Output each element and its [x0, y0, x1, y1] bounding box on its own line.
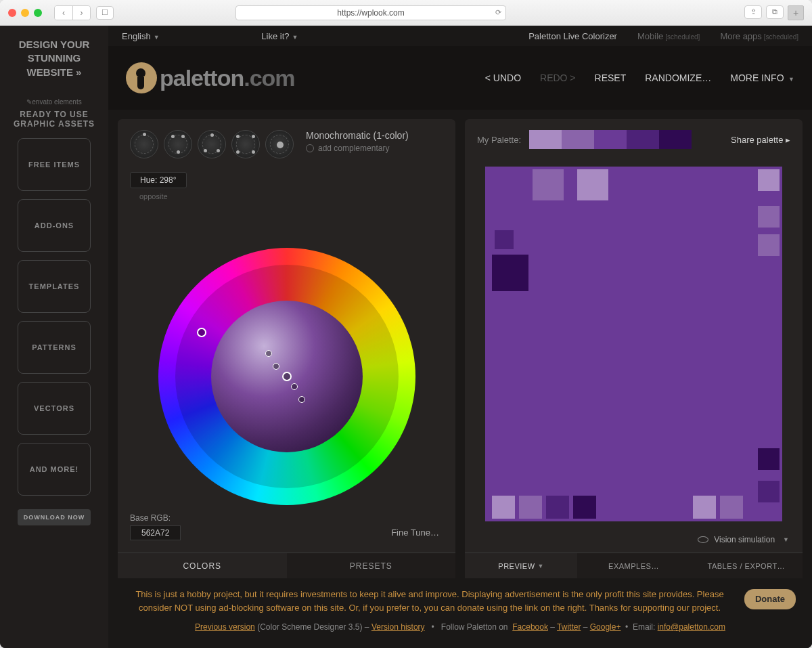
randomize-button[interactable]: RANDOMIZE…: [645, 72, 711, 83]
preview-sq: [577, 169, 608, 200]
scheme-mono-button[interactable]: [130, 130, 158, 158]
scheme-title: Monochromatic (1-color): [306, 130, 409, 141]
tab-presets[interactable]: PRESETS: [287, 553, 456, 578]
left-ad-sidebar: DESIGN YOUR STUNNING WEBSITE » ✎envato e…: [0, 26, 108, 648]
new-tab-button[interactable]: +: [788, 5, 804, 20]
close-window-button[interactable]: [8, 9, 16, 17]
swatch-2[interactable]: [594, 130, 627, 149]
donate-button[interactable]: Donate: [744, 589, 796, 609]
more-info-button[interactable]: MORE INFO ▼: [730, 72, 794, 83]
forward-button[interactable]: ›: [72, 6, 90, 20]
preview-sq: [758, 234, 780, 256]
swatch-3[interactable]: [627, 130, 659, 149]
topbar: English▼ Like it?▼ Paletton Live Coloriz…: [108, 26, 812, 46]
sidebar-item-addons[interactable]: ADD-ONS: [18, 199, 91, 252]
like-it-menu[interactable]: Like it?▼: [261, 31, 298, 41]
vision-simulation-button[interactable]: Vision simulation▼: [465, 535, 803, 553]
chevron-down-icon: ▼: [538, 563, 544, 569]
preview-sq: [758, 169, 780, 191]
preview-sq: [519, 496, 542, 519]
shade-marker-1[interactable]: [265, 350, 272, 357]
preview-canvas[interactable]: [485, 167, 782, 521]
base-rgb-value[interactable]: 562A72: [130, 525, 181, 540]
color-wheel[interactable]: [158, 248, 415, 505]
palette-strip[interactable]: [529, 130, 692, 149]
logo[interactable]: paletton.com: [126, 62, 295, 93]
undo-button[interactable]: < UNDO: [485, 72, 521, 83]
scheme-triad-button[interactable]: [198, 130, 226, 158]
sidebar-item-patterns[interactable]: PATTERNS: [18, 321, 91, 374]
tab-tables-export[interactable]: TABLES / EXPORT…: [690, 553, 803, 578]
sidebar-item-templates[interactable]: TEMPLATES: [18, 260, 91, 313]
share-palette-button[interactable]: Share palette ▸: [731, 135, 790, 145]
swatch-4[interactable]: [659, 130, 692, 149]
swatch-1[interactable]: [562, 130, 594, 149]
sidebar-toggle-button[interactable]: ☐: [96, 6, 114, 20]
mobile-link[interactable]: Mobile[scheduled]: [637, 31, 700, 41]
color-wheel-panel: Monochromatic (1-color) add complementar…: [118, 119, 455, 578]
app-header: paletton.com < UNDO REDO > RESET RANDOMI…: [108, 46, 812, 110]
preview-sq: [758, 481, 780, 502]
preview-sq: [758, 206, 780, 228]
shade-marker-2[interactable]: [273, 363, 279, 370]
sidebar-item-vectors[interactable]: VECTORS: [18, 382, 91, 435]
preview-sq: [492, 255, 528, 291]
language-selector[interactable]: English▼: [122, 31, 160, 41]
preview-sq: [720, 496, 743, 519]
version-history-link[interactable]: Version history: [371, 622, 425, 632]
footer: This is just a hobby project, but it req…: [108, 578, 812, 648]
reload-icon[interactable]: ⟳: [495, 8, 501, 17]
previous-version-link[interactable]: Previous version: [195, 622, 255, 632]
twitter-link[interactable]: Twitter: [557, 622, 581, 632]
sidebar-item-more[interactable]: AND MORE!: [18, 443, 91, 496]
scheme-tetrad-button[interactable]: [231, 130, 260, 158]
eye-icon: [698, 536, 708, 543]
preview-sq: [758, 448, 780, 470]
facebook-link[interactable]: Facebook: [512, 622, 548, 632]
chevron-down-icon: ▼: [292, 34, 298, 41]
my-palette-label: My Palette:: [477, 135, 521, 145]
scheme-adjacent-button[interactable]: [164, 130, 192, 158]
email-link[interactable]: info@paletton.com: [658, 622, 725, 632]
opposite-link[interactable]: opposite: [139, 192, 455, 200]
share-button[interactable]: ⇪: [744, 5, 762, 19]
tab-colors[interactable]: COLORS: [118, 553, 287, 578]
window-controls: [8, 9, 42, 17]
sidebar-brand: ✎envato elements: [26, 98, 81, 106]
fine-tune-button[interactable]: Fine Tune…: [391, 527, 439, 538]
add-complementary-toggle[interactable]: add complementary: [306, 144, 409, 153]
shade-marker-3[interactable]: [291, 383, 298, 390]
hue-value[interactable]: Hue: 298°: [130, 172, 187, 188]
tab-examples[interactable]: EXAMPLES…: [577, 553, 690, 578]
chevron-down-icon: ▼: [787, 76, 794, 83]
hue-marker[interactable]: [197, 328, 206, 337]
center-marker[interactable]: [282, 372, 292, 381]
shade-marker-4[interactable]: [298, 396, 305, 403]
nav-group: ‹ ›: [54, 5, 91, 20]
googleplus-link[interactable]: Google+: [590, 622, 621, 632]
swatch-0[interactable]: [529, 130, 562, 149]
colorizer-link[interactable]: Paletton Live Colorizer: [528, 31, 617, 41]
url-bar[interactable]: https://wplook.com ⟳: [235, 5, 506, 20]
tab-preview[interactable]: PREVIEW ▼: [465, 553, 577, 578]
footer-links: Previous version (Color Scheme Designer …: [125, 622, 796, 632]
radio-off-icon: [306, 144, 314, 152]
minimize-window-button[interactable]: [21, 9, 29, 17]
maximize-window-button[interactable]: [34, 9, 42, 17]
preview-sq: [693, 496, 716, 519]
preview-sq: [533, 169, 564, 200]
more-apps-link[interactable]: More apps[scheduled]: [720, 31, 798, 41]
reset-button[interactable]: RESET: [595, 72, 627, 83]
preview-sq: [573, 496, 596, 519]
footer-message: This is just a hobby project, but it req…: [125, 588, 796, 614]
download-now-button[interactable]: DOWNLOAD NOW: [18, 509, 91, 525]
tabs-button[interactable]: ⧉: [766, 5, 784, 19]
redo-button[interactable]: REDO >: [540, 72, 576, 83]
sidebar-hero-link[interactable]: DESIGN YOUR STUNNING WEBSITE »: [7, 38, 102, 79]
scheme-freestyle-button[interactable]: [265, 130, 294, 158]
preview-sq: [495, 230, 514, 249]
sidebar-item-free[interactable]: FREE ITEMS: [18, 138, 91, 191]
browser-chrome: ‹ › ☐ https://wplook.com ⟳ ⇪ ⧉ +: [0, 0, 812, 26]
chevron-down-icon: ▼: [783, 536, 789, 543]
back-button[interactable]: ‹: [55, 6, 72, 20]
